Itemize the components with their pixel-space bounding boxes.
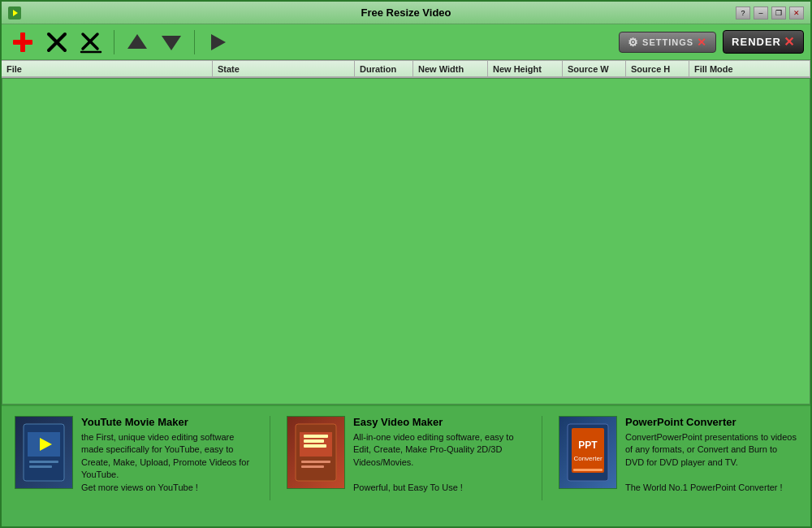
svg-line-4 bbox=[49, 34, 65, 50]
file-list[interactable] bbox=[2, 78, 810, 405]
render-button[interactable]: Render ✕ bbox=[723, 30, 804, 54]
move-down-button[interactable] bbox=[157, 28, 186, 56]
col-header-sourcew: Source W bbox=[563, 61, 626, 76]
promo-card-youtube: YouTute Movie Maker the First, unique vi… bbox=[15, 416, 253, 494]
svg-rect-20 bbox=[301, 465, 324, 468]
title-bar-left bbox=[8, 6, 21, 19]
col-header-state: State bbox=[213, 61, 355, 76]
promo-text-ppt: PowerPoint Converter ConvertPowerPoint p… bbox=[625, 416, 797, 494]
toolbar-right: ⚙ Settings ✕ Render ✕ bbox=[619, 30, 804, 54]
svg-rect-15 bbox=[29, 465, 52, 468]
svg-line-6 bbox=[83, 34, 97, 49]
clear-icon bbox=[80, 31, 102, 54]
promo-divider-2 bbox=[542, 416, 542, 500]
promo-card-easy: Easy Video Maker All-in-one video editin… bbox=[287, 416, 525, 494]
promo-title-youtube: YouTute Movie Maker bbox=[81, 416, 253, 428]
promo-image-ppt: PPT Converter bbox=[559, 416, 617, 489]
toolbar: ⚙ Settings ✕ Render ✕ bbox=[2, 24, 810, 60]
play-button[interactable] bbox=[203, 28, 232, 56]
settings-label: Settings bbox=[642, 37, 693, 47]
svg-marker-9 bbox=[127, 34, 147, 49]
toolbar-separator-1 bbox=[114, 30, 114, 54]
promo-desc-ppt: ConvertPowerPoint presentations to video… bbox=[625, 431, 797, 494]
toolbar-separator-2 bbox=[194, 30, 195, 54]
add-button[interactable] bbox=[8, 28, 37, 56]
svg-rect-14 bbox=[29, 461, 58, 463]
remove-button[interactable] bbox=[42, 28, 71, 56]
gear-icon: ⚙ bbox=[628, 36, 639, 49]
svg-rect-23 bbox=[304, 444, 326, 448]
svg-rect-19 bbox=[301, 461, 330, 463]
render-x-icon: ✕ bbox=[784, 34, 795, 50]
settings-button[interactable]: ⚙ Settings ✕ bbox=[619, 32, 716, 53]
minimize-button[interactable]: – bbox=[754, 6, 768, 19]
title-controls: ? – ❐ ✕ bbox=[736, 6, 804, 19]
promo-card-ppt: PPT Converter PowerPoint Converter Conve… bbox=[559, 416, 797, 494]
move-down-icon bbox=[160, 31, 183, 54]
svg-text:Converter: Converter bbox=[573, 455, 602, 462]
play-icon bbox=[206, 31, 229, 54]
help-button[interactable]: ? bbox=[736, 6, 750, 19]
svg-marker-10 bbox=[162, 36, 181, 50]
svg-rect-22 bbox=[304, 439, 324, 443]
promo-desc-easy: All-in-one video editing software, easy … bbox=[353, 431, 525, 494]
col-header-duration: Duration bbox=[355, 61, 413, 76]
promo-divider-1 bbox=[270, 416, 270, 500]
svg-rect-2 bbox=[20, 32, 25, 52]
promo-text-easy: Easy Video Maker All-in-one video editin… bbox=[353, 416, 525, 494]
render-label: Render bbox=[732, 36, 781, 48]
svg-marker-11 bbox=[211, 34, 226, 50]
remove-icon bbox=[45, 31, 68, 54]
move-up-icon bbox=[126, 31, 149, 54]
col-header-file: File bbox=[2, 61, 213, 76]
main-window: Free Resize Video ? – ❐ ✕ bbox=[0, 0, 812, 528]
title-bar: Free Resize Video ? – ❐ ✕ bbox=[2, 2, 810, 24]
col-header-fillmode: Fill Mode bbox=[689, 61, 810, 76]
restore-button[interactable]: ❐ bbox=[771, 6, 786, 19]
app-icon bbox=[8, 6, 21, 19]
promo-section: YouTute Movie Maker the First, unique vi… bbox=[2, 405, 810, 510]
col-header-sourceh: Source H bbox=[626, 61, 689, 76]
promo-title-ppt: PowerPoint Converter bbox=[625, 416, 797, 428]
close-button[interactable]: ✕ bbox=[789, 6, 804, 19]
svg-rect-21 bbox=[304, 435, 328, 438]
promo-image-easy bbox=[287, 416, 345, 489]
settings-x-icon: ✕ bbox=[697, 36, 707, 49]
add-icon bbox=[11, 30, 35, 54]
promo-text-youtube: YouTute Movie Maker the First, unique vi… bbox=[81, 416, 253, 494]
svg-line-5 bbox=[49, 34, 65, 50]
move-up-button[interactable] bbox=[123, 28, 152, 56]
table-header: File State Duration New Width New Height… bbox=[2, 60, 810, 78]
svg-line-7 bbox=[83, 34, 97, 49]
promo-desc-youtube: the First, unique video editing software… bbox=[81, 431, 253, 494]
col-header-newwidth: New Width bbox=[413, 61, 488, 76]
window-title: Free Resize Video bbox=[361, 6, 451, 19]
svg-text:PPT: PPT bbox=[578, 439, 598, 451]
svg-rect-28 bbox=[573, 469, 603, 471]
clear-button[interactable] bbox=[76, 28, 106, 56]
promo-title-easy: Easy Video Maker bbox=[353, 416, 525, 428]
svg-rect-3 bbox=[13, 40, 32, 45]
col-header-newheight: New Height bbox=[488, 61, 563, 76]
promo-image-youtube bbox=[15, 416, 73, 489]
